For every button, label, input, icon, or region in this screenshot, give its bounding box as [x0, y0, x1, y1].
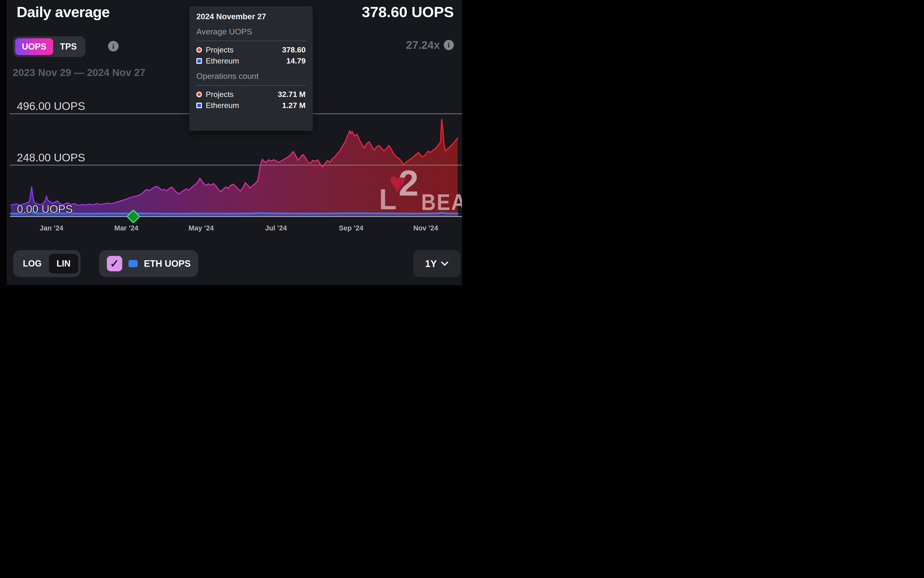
page-title: Daily average	[16, 3, 110, 20]
tooltip-date: 2024 November 27	[196, 12, 306, 21]
y-axis-label-0: 0.00 UOPS	[17, 203, 73, 216]
tooltip-section-avg: Average UOPS	[196, 27, 306, 36]
current-value: 378.60 UOPS	[362, 3, 454, 20]
chart-card: Daily average UOPS TPS i 2023 Nov 29 — 2…	[7, 0, 462, 285]
tooltip-divider	[196, 41, 306, 41]
multiplier-value: 27.24x	[406, 39, 440, 52]
ethereum-marker-icon	[196, 58, 202, 64]
tooltip-divider	[196, 85, 306, 86]
date-range: 2023 Nov 29 — 2024 Nov 27	[13, 67, 145, 78]
y-axis-label-496: 496.00 UOPS	[17, 99, 85, 112]
chart-tooltip: 2024 November 27 Average UOPS Projects 3…	[189, 6, 313, 131]
watermark-beat: BEAT	[421, 193, 462, 212]
ethereum-marker-icon	[196, 103, 202, 108]
screen: Daily average UOPS TPS i 2023 Nov 29 — 2…	[0, 0, 462, 289]
tooltip-section-ops: Operations count	[196, 71, 306, 81]
multiplier-row: 27.24x i	[406, 39, 454, 52]
tooltip-row-projects-avg: Projects 378.60	[196, 45, 306, 55]
y-axis-label-248: 248.00 UOPS	[17, 151, 85, 164]
tooltip-row-ethereum-ops: Ethereum 1.27 M	[196, 101, 306, 110]
tooltip-row-ethereum-avg: Ethereum 14.79	[196, 56, 306, 66]
projects-marker-icon	[196, 47, 202, 53]
tooltip-row-projects-ops: Projects 32.71 M	[196, 89, 306, 99]
watermark-2-heart: ♥ 2	[397, 175, 420, 211]
l2beat-watermark: L ♥ 2 BEAT	[379, 175, 462, 211]
projects-marker-icon	[196, 92, 202, 97]
multiplier-info-icon[interactable]: i	[444, 40, 454, 50]
